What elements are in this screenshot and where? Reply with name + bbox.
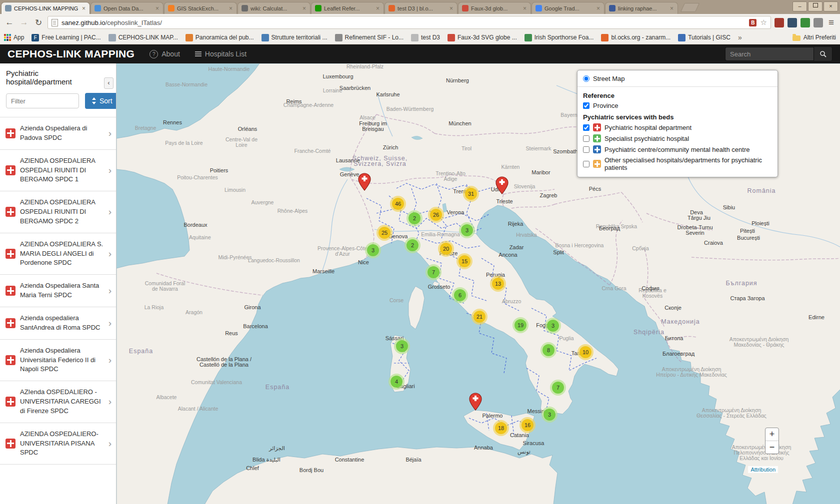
marker-cluster[interactable]: 7 [426, 264, 442, 280]
marker-cluster[interactable]: 3 [542, 407, 558, 423]
marker-cluster[interactable]: 31 [463, 186, 479, 202]
marker-cluster[interactable]: 8 [540, 342, 556, 358]
tab-close-icon[interactable]: × [596, 5, 600, 12]
reload-button[interactable]: ↻ [33, 17, 44, 28]
marker-cluster[interactable]: 20 [438, 241, 454, 257]
apps-launcher[interactable]: App [4, 34, 24, 41]
layer-service-row[interactable]: Pychiatric hospital department [583, 122, 772, 133]
marker-cluster[interactable]: 18 [493, 420, 509, 436]
bookmark-item[interactable]: F Free Learning | PAC... [32, 34, 100, 41]
layer-service-row[interactable]: Specialist psychiatric hospital [583, 133, 772, 144]
extension-badge-icon[interactable]: B [749, 19, 756, 26]
back-button[interactable]: ← [4, 17, 15, 27]
extension-icon-2[interactable] [800, 18, 810, 27]
province-row[interactable]: Province [583, 100, 772, 111]
sort-button[interactable]: Sort [85, 93, 116, 109]
marker-cluster[interactable]: 6 [452, 287, 468, 303]
bookmark-item[interactable]: Faux-3d SVG globe ... [448, 34, 517, 41]
bookmark-star-icon[interactable]: ☆ [760, 18, 766, 27]
search-input[interactable] [725, 47, 814, 61]
tab-close-icon[interactable]: × [155, 5, 160, 12]
bookmark-item[interactable]: test D3 [411, 34, 440, 41]
tab-close-icon[interactable]: × [522, 5, 527, 12]
url-omnibox[interactable]: sanez.github.io/cephoslink_ITatlas/ B ☆ [48, 16, 771, 29]
tab-close-icon[interactable]: × [670, 5, 674, 12]
hospital-pin-marker[interactable] [469, 393, 482, 411]
menu-icon[interactable]: ≡ [826, 17, 836, 28]
hospital-list-item[interactable]: Azienda Ospedaliera Universitaria Federi… [0, 340, 116, 382]
attribution-link[interactable]: Attribution [748, 466, 778, 473]
close-window-button[interactable]: × [824, 1, 838, 11]
hospital-list-item[interactable]: AZIENDA OSPEDALIERA OSPEDALI RIUNITI DI … [0, 150, 116, 192]
hospital-list-item[interactable]: Azienda Ospedaliera di Padova SPDC › [0, 117, 116, 150]
service-checkbox[interactable] [583, 161, 590, 167]
marker-cluster[interactable]: 2 [406, 210, 422, 226]
province-checkbox[interactable] [583, 102, 590, 109]
browser-tab[interactable]: test D3 | bl.o... × [384, 2, 458, 14]
browser-tab[interactable]: Faux-3d glob... × [458, 2, 531, 14]
search-extension-icon[interactable] [814, 18, 823, 27]
forward-button[interactable]: → [18, 17, 30, 27]
bookmark-item[interactable]: bl.ocks.org - zanarm... [601, 34, 670, 41]
new-tab-button[interactable] [680, 3, 700, 12]
hospital-list-item[interactable]: AZIENDA OSPEDALIERA S. MARIA DEGLI ANGEL… [0, 233, 116, 275]
marker-cluster[interactable]: 3 [365, 242, 381, 258]
tab-close-icon[interactable]: × [302, 5, 306, 12]
browser-tab[interactable]: Leaflet Refer... × [311, 2, 384, 14]
nav-about[interactable]: ? About [150, 50, 180, 58]
other-bookmarks[interactable]: Altri Preferiti [792, 34, 836, 41]
tab-close-icon[interactable]: × [449, 5, 454, 12]
extension-icon-1[interactable] [774, 18, 784, 27]
hospital-pin-marker[interactable] [358, 173, 371, 191]
browser-tab[interactable]: linking raphae... × [605, 2, 678, 14]
browser-tab[interactable]: CEPHOS-LINK MAPPING × [1, 2, 90, 14]
hospital-list-item[interactable]: AZIENDA OSPEDALIERA OSPEDALI RIUNITI DI … [0, 191, 116, 233]
marker-cluster[interactable]: 7 [550, 380, 566, 396]
service-checkbox[interactable] [583, 146, 590, 153]
zoom-out-button[interactable]: − [766, 441, 778, 454]
layer-service-row[interactable]: Other specialised hospitals/departments … [583, 155, 772, 173]
marker-cluster[interactable]: 26 [428, 207, 444, 223]
search-button[interactable] [814, 46, 832, 61]
tab-close-icon[interactable]: × [376, 5, 380, 12]
marker-cluster[interactable]: 21 [472, 309, 488, 325]
maximize-button[interactable] [808, 1, 822, 11]
sidebar-collapse-button[interactable]: ‹ [104, 77, 114, 89]
marker-cluster[interactable]: 19 [512, 317, 528, 333]
service-checkbox[interactable] [583, 124, 590, 131]
layer-service-row[interactable]: Psychiatric centre/community mental heal… [583, 144, 772, 155]
hospital-list-item[interactable]: AZIenda OSPEDALIERO - UNIVERSITARIA CARE… [0, 381, 116, 423]
hospital-list-item[interactable]: Azienda ospedaliera SantAndrea di Roma S… [0, 307, 116, 340]
bookmark-item[interactable]: Irish Sporthorse Foa... [524, 34, 594, 41]
marker-cluster[interactable]: 4 [388, 374, 404, 390]
globe-extension-icon[interactable] [788, 18, 797, 27]
tab-close-icon[interactable]: × [82, 5, 86, 12]
map-container[interactable]: BretagneBasse-NormandieHaute-NormandiePa… [116, 63, 840, 504]
bookmarks-overflow-chevron[interactable]: » [738, 33, 742, 41]
marker-cluster[interactable]: 13 [490, 276, 506, 292]
hospital-list-item[interactable]: AZIENDA OSPEDALIERO- UNIVERSITARIA PISAN… [0, 423, 116, 465]
browser-tab[interactable]: GIS StackExch... × [164, 2, 237, 14]
marker-cluster[interactable]: 2 [404, 237, 420, 253]
marker-cluster[interactable]: 10 [578, 344, 594, 360]
nav-hospitals-list[interactable]: Hospitals List [195, 50, 246, 58]
marker-cluster[interactable]: 15 [456, 253, 472, 269]
base-layer-radio[interactable] [583, 75, 590, 82]
bookmark-item[interactable]: Refinement SIF - Lo... [335, 34, 404, 41]
marker-cluster[interactable]: 3 [459, 222, 475, 238]
browser-tab[interactable]: Google Trad... × [532, 2, 604, 14]
tab-close-icon[interactable]: × [228, 5, 233, 12]
browser-tab[interactable]: wiki: Calculat... × [238, 2, 310, 14]
base-layer-row[interactable]: Street Map [583, 73, 772, 84]
bookmark-item[interactable]: Panoramica del pub... [186, 34, 254, 41]
zoom-in-button[interactable]: + [766, 428, 778, 441]
hospital-pin-marker[interactable] [496, 176, 508, 194]
marker-cluster[interactable]: 3 [394, 338, 410, 354]
marker-cluster[interactable]: 25 [376, 225, 392, 241]
marker-cluster[interactable]: 3 [545, 318, 561, 334]
bookmark-item[interactable]: CEPHOS-LINK MAP... [108, 34, 178, 41]
service-checkbox[interactable] [583, 135, 590, 142]
marker-cluster[interactable]: 16 [520, 417, 536, 433]
minimize-button[interactable]: – [792, 1, 807, 11]
filter-input[interactable] [6, 93, 79, 108]
